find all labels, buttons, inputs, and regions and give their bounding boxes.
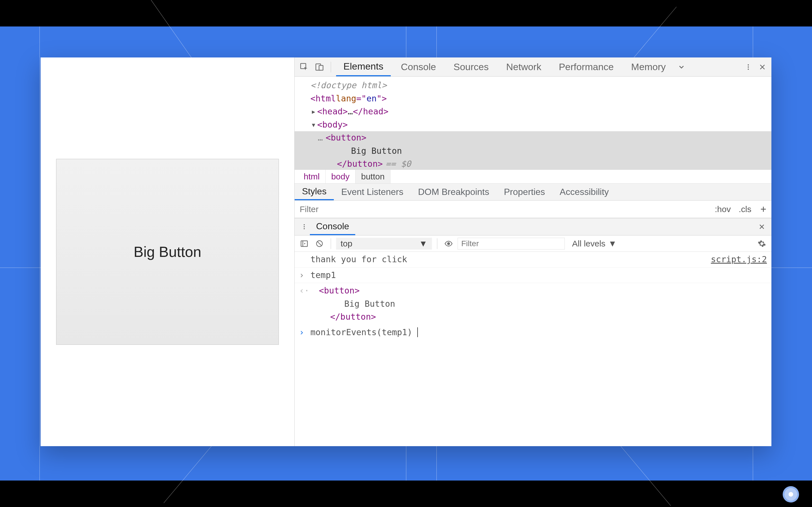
console-drawer-header: Console	[295, 218, 771, 235]
live-expression-icon[interactable]	[442, 237, 455, 250]
dom-node-selected[interactable]: …<button> Big Button </button>== $0	[295, 131, 771, 170]
console-prompt-row[interactable]: › monitorEvents(temp1)	[295, 325, 771, 340]
styles-filter-row: :hov .cls +	[295, 201, 771, 218]
console-log-row: thank you for click script.js:2	[295, 252, 771, 268]
context-label: top	[341, 239, 352, 248]
crumb-button[interactable]: button	[356, 170, 391, 183]
breadcrumb: html body button	[295, 170, 771, 184]
clear-console-icon[interactable]	[313, 237, 326, 250]
cls-toggle[interactable]: .cls	[735, 205, 755, 214]
dom-tree[interactable]: <!doctype html> <html lang="en"> ▸<head>…	[295, 76, 771, 170]
log-message: thank you for click	[310, 253, 711, 266]
toggle-console-sidebar-icon[interactable]	[298, 237, 310, 250]
console-current-input: monitorEvents(temp1)	[310, 327, 412, 337]
log-levels-select[interactable]: All levels ▼	[567, 239, 621, 248]
separator	[437, 238, 437, 249]
rendered-page: Big Button	[41, 57, 294, 446]
console-input-value: temp1	[310, 269, 767, 282]
tab-memory[interactable]: Memory	[624, 57, 673, 76]
subtab-event-listeners[interactable]: Event Listeners	[334, 184, 411, 200]
drawer-tab-console[interactable]: Console	[310, 218, 355, 235]
console-filter-input[interactable]	[458, 238, 565, 249]
tab-sources[interactable]: Sources	[446, 57, 496, 76]
console-body[interactable]: thank you for click script.js:2 › temp1 …	[295, 252, 771, 446]
crumb-html[interactable]: html	[298, 170, 326, 183]
inspect-element-icon[interactable]	[298, 61, 310, 73]
svg-point-3	[748, 64, 749, 65]
svg-point-6	[304, 224, 305, 225]
svg-point-7	[304, 226, 305, 227]
subtab-dom-breakpoints[interactable]: DOM Breakpoints	[411, 184, 497, 200]
dom-node-doctype[interactable]: <!doctype html>	[295, 79, 771, 92]
big-button[interactable]: Big Button	[56, 159, 279, 345]
console-toolbar: top ▼ All levels ▼	[295, 235, 771, 252]
drawer-kebab-icon[interactable]	[299, 221, 310, 232]
slide-stage: Big Button Elements Console Sources Netw…	[0, 26, 812, 481]
tab-network[interactable]: Network	[499, 57, 549, 76]
crumb-body[interactable]: body	[326, 170, 356, 183]
letterbox-bottom	[0, 481, 812, 507]
tab-elements[interactable]: Elements	[336, 57, 391, 76]
svg-point-11	[447, 242, 450, 245]
kebab-menu-icon[interactable]	[743, 61, 754, 73]
devtools-toolbar: Elements Console Sources Network Perform…	[295, 57, 771, 76]
dom-node-body[interactable]: ▾<body>	[295, 118, 771, 131]
browser-window: Big Button Elements Console Sources Netw…	[41, 57, 771, 446]
styles-subtabs: Styles Event Listeners DOM Breakpoints P…	[295, 184, 771, 201]
add-style-rule-icon[interactable]: +	[755, 203, 771, 215]
console-input-row: › temp1	[295, 268, 771, 283]
close-devtools-icon[interactable]	[757, 61, 768, 73]
letterbox-top	[0, 0, 812, 26]
execution-context-select[interactable]: top ▼	[336, 238, 432, 249]
styles-filter-input[interactable]	[295, 201, 711, 218]
chevron-down-icon: ▼	[608, 239, 617, 248]
overflow-tabs-icon[interactable]	[676, 61, 687, 73]
hov-toggle[interactable]: :hov	[711, 205, 735, 214]
subtab-styles[interactable]: Styles	[295, 184, 334, 200]
dom-node-head[interactable]: ▸<head>…</head>	[295, 105, 771, 118]
tab-performance[interactable]: Performance	[552, 57, 621, 76]
subtab-accessibility[interactable]: Accessibility	[552, 184, 616, 200]
devtools-panel: Elements Console Sources Network Perform…	[294, 57, 771, 446]
device-toggle-icon[interactable]	[313, 61, 326, 73]
chrome-logo-icon	[783, 486, 799, 503]
subtab-properties[interactable]: Properties	[497, 184, 552, 200]
svg-point-4	[748, 66, 749, 67]
svg-point-8	[304, 228, 305, 229]
close-drawer-icon[interactable]	[756, 221, 767, 232]
levels-label: All levels	[572, 239, 605, 248]
chevron-down-icon: ▼	[419, 239, 427, 248]
dom-node-html[interactable]: <html lang="en">	[295, 92, 771, 105]
svg-rect-2	[319, 65, 323, 70]
svg-point-5	[748, 68, 749, 69]
log-source-link[interactable]: script.js:2	[711, 253, 767, 266]
console-output-text: Big Button	[344, 299, 395, 309]
console-settings-icon[interactable]	[756, 237, 768, 250]
tab-console[interactable]: Console	[394, 57, 444, 76]
console-output-row: ‹· <button> Big Button </button>	[295, 283, 771, 325]
